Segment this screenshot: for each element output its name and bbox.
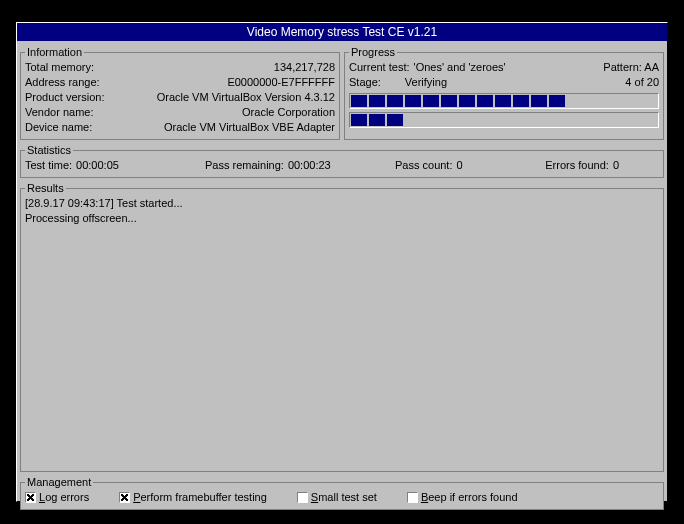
progress-segment: [459, 95, 475, 107]
results-text: [28.9.17 09:43:17] Test started...Proces…: [25, 196, 659, 226]
management-label: Beep if errors found: [421, 490, 518, 505]
info-value: 134,217,728: [274, 60, 335, 75]
management-option[interactable]: Beep if errors found: [407, 490, 518, 505]
current-test-value: 'Ones' and 'zeroes': [414, 60, 506, 75]
info-row: Device name:Oracle VM VirtualBox VBE Ada…: [25, 120, 335, 135]
window-title: Video Memory stress Test CE v1.21: [247, 25, 437, 39]
information-group: Information Total memory:134,217,728Addr…: [20, 46, 340, 140]
checkbox-icon[interactable]: [297, 492, 308, 503]
progress-segment: [351, 114, 367, 126]
info-row: Address range:E0000000-E7FFFFFF: [25, 75, 335, 90]
pattern-label: Pattern:: [603, 61, 642, 73]
progress-segment: [513, 95, 529, 107]
progress-segment: [351, 95, 367, 107]
results-line: Processing offscreen...: [25, 211, 659, 226]
info-value: E0000000-E7FFFFFF: [227, 75, 335, 90]
progress-segment: [387, 114, 403, 126]
pass-count-value: 0: [456, 158, 462, 173]
info-row: Vendor name:Oracle Corporation: [25, 105, 335, 120]
titlebar: Video Memory stress Test CE v1.21: [17, 23, 667, 41]
info-label: Address range:: [25, 75, 100, 90]
progress-segment: [423, 95, 439, 107]
progress-count: 4 of 20: [625, 75, 659, 90]
current-test-label: Current test:: [349, 60, 410, 75]
stage-label: Stage:: [349, 75, 381, 90]
app-window: Video Memory stress Test CE v1.21 Inform…: [16, 22, 668, 502]
management-option[interactable]: Small test set: [297, 490, 377, 505]
results-legend: Results: [25, 182, 66, 194]
progress-segment: [369, 114, 385, 126]
progress-group: Progress Current test: 'Ones' and 'zeroe…: [344, 46, 664, 140]
results-group: Results [28.9.17 09:43:17] Test started.…: [20, 182, 664, 472]
test-time-value: 00:00:05: [76, 158, 119, 173]
progress-segment: [531, 95, 547, 107]
management-label: Log errors: [39, 490, 89, 505]
progress-segment: [441, 95, 457, 107]
info-value: Oracle Corporation: [242, 105, 335, 120]
progress-segment: [495, 95, 511, 107]
info-row: Product version:Oracle VM VirtualBox Ver…: [25, 90, 335, 105]
statistics-legend: Statistics: [25, 144, 73, 156]
pass-count-label: Pass count:: [395, 158, 452, 173]
stage-value: Verifying: [405, 75, 447, 90]
management-label: Small test set: [311, 490, 377, 505]
checkbox-icon[interactable]: [119, 492, 130, 503]
management-group: Management Log errorsPerform framebuffer…: [20, 476, 664, 510]
progress-segment: [387, 95, 403, 107]
errors-value: 0: [613, 158, 619, 173]
info-value: Oracle VM VirtualBox VBE Adapter: [164, 120, 335, 135]
progress-bar-2: [349, 112, 659, 128]
progress-segment: [405, 95, 421, 107]
management-label: Perform framebuffer testing: [133, 490, 267, 505]
pattern-value: AA: [644, 61, 659, 73]
management-option[interactable]: Perform framebuffer testing: [119, 490, 267, 505]
info-label: Product version:: [25, 90, 104, 105]
progress-segment: [369, 95, 385, 107]
management-legend: Management: [25, 476, 93, 488]
pass-remaining-value: 00:00:23: [288, 158, 331, 173]
info-label: Vendor name:: [25, 105, 94, 120]
info-label: Total memory:: [25, 60, 94, 75]
info-row: Total memory:134,217,728: [25, 60, 335, 75]
progress-segment: [549, 95, 565, 107]
pass-remaining-label: Pass remaining:: [205, 158, 284, 173]
test-time-label: Test time:: [25, 158, 72, 173]
information-legend: Information: [25, 46, 84, 58]
management-option[interactable]: Log errors: [25, 490, 89, 505]
info-label: Device name:: [25, 120, 92, 135]
statistics-group: Statistics Test time: 00:00:05 Pass rema…: [20, 144, 664, 178]
results-line: [28.9.17 09:43:17] Test started...: [25, 196, 659, 211]
checkbox-icon[interactable]: [25, 492, 36, 503]
info-value: Oracle VM VirtualBox Version 4.3.12: [157, 90, 335, 105]
errors-label: Errors found:: [545, 158, 609, 173]
checkbox-icon[interactable]: [407, 492, 418, 503]
progress-segment: [477, 95, 493, 107]
content-area: Information Total memory:134,217,728Addr…: [17, 41, 667, 513]
progress-legend: Progress: [349, 46, 397, 58]
progress-bar-1: [349, 93, 659, 109]
